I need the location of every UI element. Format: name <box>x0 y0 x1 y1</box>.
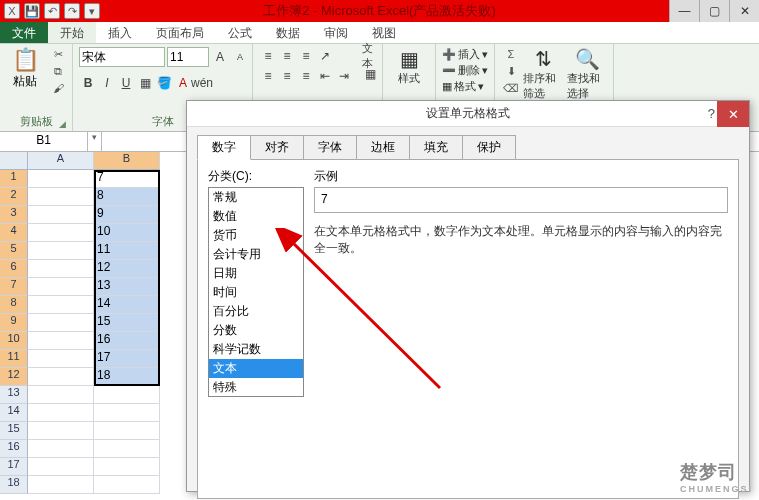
cell[interactable] <box>28 440 94 458</box>
cut-icon[interactable]: ✂ <box>50 47 66 61</box>
underline-button[interactable]: U <box>117 74 135 92</box>
column-header[interactable]: B <box>94 152 160 170</box>
cell[interactable] <box>28 170 94 188</box>
redo-icon[interactable]: ↷ <box>64 3 80 19</box>
close-button[interactable]: ✕ <box>729 0 759 22</box>
cell[interactable] <box>28 350 94 368</box>
grow-font-icon[interactable]: A <box>211 48 229 66</box>
dialog-tab[interactable]: 对齐 <box>250 135 304 160</box>
category-item[interactable]: 会计专用 <box>209 245 303 264</box>
row-header[interactable]: 10 <box>0 332 28 350</box>
tab-data[interactable]: 数据 <box>264 22 312 43</box>
row-header[interactable]: 8 <box>0 296 28 314</box>
cell[interactable]: 18 <box>94 368 160 386</box>
clear-icon[interactable]: ⌫ <box>503 81 519 95</box>
align-bottom-icon[interactable]: ≡ <box>297 47 315 65</box>
excel-icon[interactable]: X <box>4 3 20 19</box>
indent-decrease-icon[interactable]: ⇤ <box>316 67 334 85</box>
category-item[interactable]: 货币 <box>209 226 303 245</box>
dialog-tab[interactable]: 填充 <box>409 135 463 160</box>
row-header[interactable]: 13 <box>0 386 28 404</box>
cell[interactable] <box>94 404 160 422</box>
tab-formulas[interactable]: 公式 <box>216 22 264 43</box>
dialog-tab[interactable]: 数字 <box>197 135 251 160</box>
row-header[interactable]: 4 <box>0 224 28 242</box>
tab-home[interactable]: 开始 <box>48 22 96 43</box>
cell[interactable]: 14 <box>94 296 160 314</box>
shrink-font-icon[interactable]: A <box>231 48 249 66</box>
tab-view[interactable]: 视图 <box>360 22 408 43</box>
dialog-titlebar[interactable]: 设置单元格格式 ? ✕ <box>187 101 749 127</box>
paste-button[interactable]: 📋 粘贴 <box>6 47 44 90</box>
cell[interactable] <box>28 242 94 260</box>
cell[interactable]: 11 <box>94 242 160 260</box>
column-header[interactable]: A <box>28 152 94 170</box>
row-header[interactable]: 17 <box>0 458 28 476</box>
cell[interactable] <box>94 386 160 404</box>
align-right-icon[interactable]: ≡ <box>297 67 315 85</box>
border-icon[interactable]: ▦ <box>136 74 154 92</box>
category-item[interactable]: 日期 <box>209 264 303 283</box>
dialog-tab[interactable]: 边框 <box>356 135 410 160</box>
row-header[interactable]: 16 <box>0 440 28 458</box>
row-header[interactable]: 12 <box>0 368 28 386</box>
indent-increase-icon[interactable]: ⇥ <box>335 67 353 85</box>
category-item[interactable]: 特殊 <box>209 378 303 397</box>
cell[interactable]: 9 <box>94 206 160 224</box>
row-header[interactable]: 11 <box>0 350 28 368</box>
autosum-icon[interactable]: Σ <box>503 47 519 61</box>
cell[interactable] <box>28 404 94 422</box>
cell[interactable] <box>28 296 94 314</box>
cell[interactable] <box>94 458 160 476</box>
cell[interactable]: 7 <box>94 170 160 188</box>
row-header[interactable]: 9 <box>0 314 28 332</box>
cell-styles-button[interactable]: ▦ 样式 <box>389 47 429 86</box>
cell[interactable] <box>28 422 94 440</box>
cell[interactable] <box>28 224 94 242</box>
dialog-tab[interactable]: 保护 <box>462 135 516 160</box>
cell[interactable] <box>28 332 94 350</box>
wrap-text-button[interactable]: 文本 <box>361 47 379 65</box>
cell[interactable]: 13 <box>94 278 160 296</box>
cell[interactable] <box>94 476 160 494</box>
select-all-corner[interactable] <box>0 152 28 170</box>
font-size-select[interactable] <box>167 47 209 67</box>
file-tab[interactable]: 文件 <box>0 22 48 43</box>
cell[interactable]: 15 <box>94 314 160 332</box>
cell[interactable] <box>28 476 94 494</box>
font-color-icon[interactable]: A <box>174 74 192 92</box>
clipboard-launcher-icon[interactable]: ◢ <box>59 119 66 129</box>
cell[interactable] <box>28 386 94 404</box>
row-header[interactable]: 6 <box>0 260 28 278</box>
bold-button[interactable]: B <box>79 74 97 92</box>
tab-page-layout[interactable]: 页面布局 <box>144 22 216 43</box>
cell[interactable] <box>28 260 94 278</box>
row-header[interactable]: 15 <box>0 422 28 440</box>
delete-cells-button[interactable]: ➖删除▾ <box>442 63 488 78</box>
dialog-tab[interactable]: 字体 <box>303 135 357 160</box>
category-item[interactable]: 数值 <box>209 207 303 226</box>
category-item[interactable]: 百分比 <box>209 302 303 321</box>
align-left-icon[interactable]: ≡ <box>259 67 277 85</box>
fill-color-icon[interactable]: 🪣 <box>155 74 173 92</box>
tab-insert[interactable]: 插入 <box>96 22 144 43</box>
dialog-close-button[interactable]: ✕ <box>717 101 749 127</box>
save-icon[interactable]: 💾 <box>24 3 40 19</box>
cell[interactable]: 12 <box>94 260 160 278</box>
font-name-select[interactable] <box>79 47 165 67</box>
cell[interactable]: 8 <box>94 188 160 206</box>
maximize-button[interactable]: ▢ <box>699 0 729 22</box>
cell[interactable] <box>28 206 94 224</box>
category-item[interactable]: 常规 <box>209 188 303 207</box>
sort-filter-button[interactable]: ⇅ 排序和筛选 <box>523 47 563 101</box>
row-header[interactable]: 5 <box>0 242 28 260</box>
cell[interactable] <box>28 278 94 296</box>
cell[interactable] <box>94 422 160 440</box>
cell[interactable] <box>94 440 160 458</box>
row-header[interactable]: 2 <box>0 188 28 206</box>
align-top-icon[interactable]: ≡ <box>259 47 277 65</box>
row-header[interactable]: 7 <box>0 278 28 296</box>
find-select-button[interactable]: 🔍 查找和选择 <box>567 47 607 101</box>
copy-icon[interactable]: ⧉ <box>50 64 66 78</box>
name-box[interactable]: B1 <box>0 132 88 151</box>
